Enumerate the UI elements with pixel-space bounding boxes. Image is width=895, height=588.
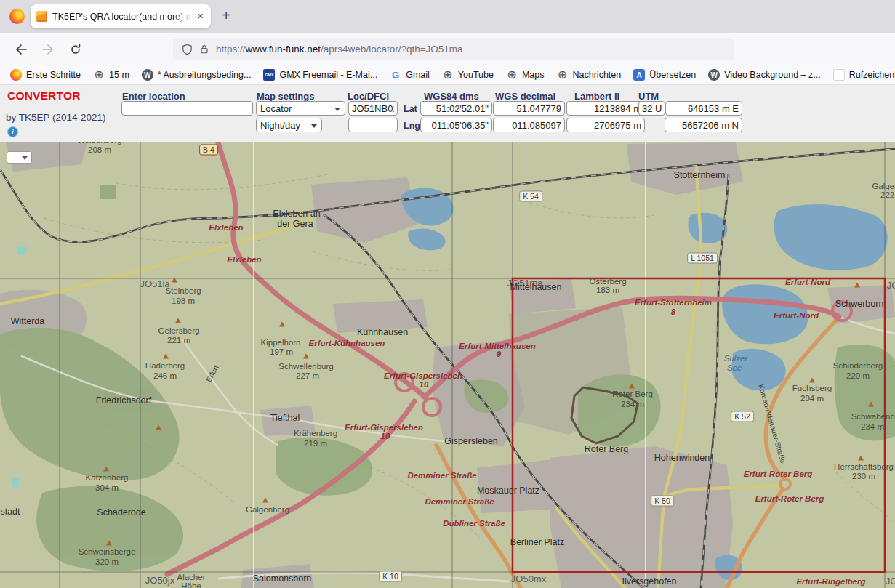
wordpress-icon: W bbox=[708, 69, 720, 81]
url-path: /aprs4web/locator/?qth=JO51ma bbox=[321, 44, 463, 55]
globe-icon: ⊕ bbox=[506, 69, 518, 81]
wgs-decimal-label: WGS decimal bbox=[495, 91, 555, 102]
shield-icon bbox=[182, 44, 193, 55]
bookmarks-bar: Erste Schritte⊕15 mW* Ausbreitungsbeding… bbox=[0, 65, 895, 85]
url-text: https://www.fun-funk.net/aprs4web/locato… bbox=[216, 44, 463, 55]
url-bar[interactable]: https://www.fun-funk.net/aprs4web/locato… bbox=[173, 38, 734, 60]
peak-icon bbox=[629, 384, 635, 389]
bookmark-item[interactable]: W* Ausbreitungsbeding... bbox=[142, 69, 252, 81]
peak-icon bbox=[868, 402, 874, 407]
google-icon: G bbox=[390, 69, 401, 81]
url-host: www.fun-funk.net bbox=[246, 44, 321, 55]
app-byline: by TK5EP (2014-2021) bbox=[6, 112, 106, 123]
bookmark-label: Erste Schritte bbox=[26, 70, 81, 80]
map-canvas[interactable]: Waisenberg208 mB 4StotternheimK 54Galgen… bbox=[0, 142, 895, 588]
peak-icon bbox=[262, 498, 268, 503]
bookmark-label: Übersetzen bbox=[649, 70, 696, 80]
globe-icon: ⊕ bbox=[442, 69, 454, 81]
firefox-icon bbox=[10, 69, 22, 81]
bookmark-item[interactable]: WVideo Background – z... bbox=[708, 69, 821, 81]
tab-bar: TK5EP's QRA locator(and more) m × + bbox=[0, 0, 895, 33]
bookmark-item[interactable]: AÜbersetzen bbox=[633, 69, 696, 81]
peak-icon bbox=[854, 283, 860, 288]
bookmark-item[interactable]: GGmail bbox=[390, 69, 430, 81]
wordpress-icon: W bbox=[142, 69, 153, 81]
peak-icon bbox=[163, 354, 169, 359]
bookmark-item[interactable]: Rufzeichenliste_AFU.p... bbox=[833, 69, 895, 81]
peak-icon bbox=[106, 541, 112, 546]
globe-icon: ⊕ bbox=[557, 69, 569, 81]
firefox-logo-icon[interactable] bbox=[9, 9, 25, 24]
browser-tab[interactable]: TK5EP's QRA locator(and more) m × bbox=[31, 4, 211, 28]
info-icon[interactable]: i bbox=[7, 126, 18, 137]
nightday-select-value: Night/day bbox=[260, 120, 300, 131]
lock-icon bbox=[199, 44, 209, 55]
map-tiles bbox=[0, 142, 895, 588]
bookmark-item[interactable]: ⊕Maps bbox=[506, 69, 545, 81]
locator-select[interactable]: Locator bbox=[256, 101, 345, 116]
bookmark-item[interactable]: Erste Schritte bbox=[10, 69, 81, 81]
blank-icon bbox=[833, 69, 845, 81]
loc-dfci-label: Loc/DFCI bbox=[348, 91, 389, 102]
peak-icon bbox=[303, 354, 309, 359]
url-scheme: https:// bbox=[216, 44, 246, 55]
peak-icon bbox=[858, 456, 864, 461]
bookmark-label: GMX Freemail - E-Mai... bbox=[279, 70, 377, 80]
lat-decimal-input[interactable] bbox=[493, 101, 565, 116]
navigation-bar: https://www.fun-funk.net/aprs4web/locato… bbox=[0, 33, 895, 65]
bookmark-label: 15 m bbox=[109, 70, 129, 80]
bookmark-item[interactable]: GMXGMX Freemail - E-Mai... bbox=[263, 69, 377, 81]
peak-icon bbox=[156, 425, 161, 430]
app-title: CONVERTOR bbox=[7, 89, 81, 102]
lambert-x-input[interactable] bbox=[566, 101, 645, 116]
tab-close-icon[interactable]: × bbox=[193, 9, 205, 23]
tab-title: TK5EP's QRA locator(and more) m bbox=[52, 12, 193, 22]
lng-dms-input[interactable] bbox=[420, 118, 492, 132]
bookmark-label: Rufzeichenliste_AFU.p... bbox=[849, 70, 895, 80]
locator-input[interactable] bbox=[348, 101, 398, 116]
locator-select-value: Locator bbox=[260, 103, 292, 114]
wgs84-dms-label: WGS84 dms bbox=[424, 91, 479, 102]
bookmark-label: YouTube bbox=[458, 70, 494, 80]
lat-dms-input[interactable] bbox=[420, 101, 492, 116]
lat-label: Lat bbox=[404, 104, 417, 114]
bookmark-label: * Ausbreitungsbeding... bbox=[158, 70, 252, 80]
dfci-input[interactable] bbox=[348, 118, 398, 132]
bookmark-item[interactable]: ⊕YouTube bbox=[442, 69, 494, 81]
peak-icon bbox=[103, 467, 109, 472]
utm-northing-input[interactable] bbox=[665, 118, 742, 132]
lambert-label: Lambert II bbox=[574, 91, 619, 102]
lng-decimal-input[interactable] bbox=[493, 118, 565, 132]
utm-label: UTM bbox=[638, 91, 659, 102]
bookmark-item[interactable]: ⊕Nachrichten bbox=[557, 69, 622, 81]
enter-location-label: Enter location bbox=[122, 91, 185, 102]
utm-easting-input[interactable] bbox=[665, 101, 742, 116]
location-input[interactable] bbox=[121, 101, 253, 116]
lng-label: Lng bbox=[404, 121, 420, 131]
convertor-panel: CONVERTOR by TK5EP (2014-2021) i Enter l… bbox=[0, 85, 895, 142]
back-icon[interactable] bbox=[12, 41, 29, 58]
peak-icon bbox=[172, 278, 177, 283]
nightday-select[interactable]: Night/day bbox=[256, 118, 322, 132]
map-layer-dropdown[interactable] bbox=[7, 151, 32, 164]
globe-icon: ⊕ bbox=[93, 69, 105, 81]
peak-icon bbox=[279, 322, 285, 327]
gmx-icon: GMX bbox=[263, 69, 275, 81]
lambert-y-input[interactable] bbox=[566, 118, 645, 132]
bookmark-item[interactable]: ⊕15 m bbox=[93, 69, 129, 81]
forward-icon[interactable] bbox=[39, 41, 57, 58]
new-tab-button[interactable]: + bbox=[216, 6, 236, 26]
bookmark-label: Nachrichten bbox=[573, 70, 622, 80]
map-settings-label: Map settings bbox=[257, 91, 314, 102]
bookmark-label: Gmail bbox=[406, 70, 430, 80]
bookmark-label: Video Background – z... bbox=[724, 70, 821, 80]
bookmark-label: Maps bbox=[522, 70, 545, 80]
peak-icon bbox=[809, 378, 815, 383]
site-favicon-icon bbox=[36, 11, 47, 22]
reload-icon[interactable] bbox=[67, 41, 84, 58]
peak-icon bbox=[175, 318, 181, 323]
translate-icon: A bbox=[633, 69, 645, 81]
utm-zone-input[interactable] bbox=[638, 101, 665, 116]
